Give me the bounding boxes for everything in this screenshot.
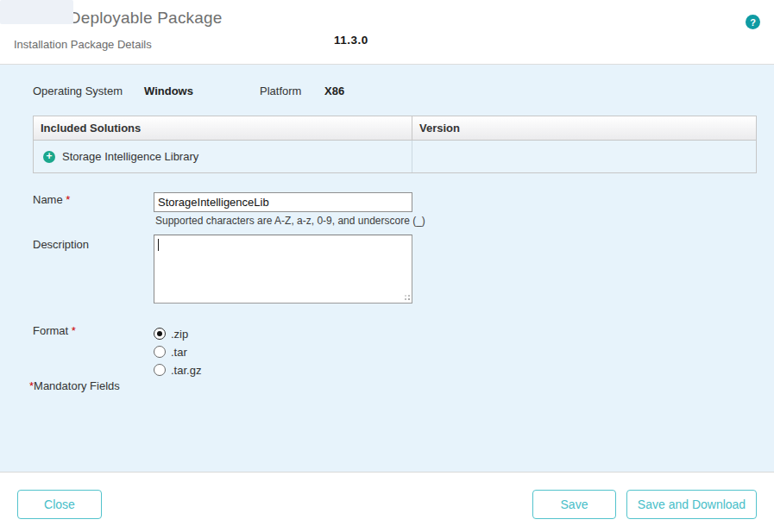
table-row: + Storage Intelligence Library (34, 141, 756, 172)
radio-icon[interactable] (154, 346, 166, 358)
description-label: Description (33, 238, 89, 251)
overlay-remnant (0, 0, 73, 24)
format-option-label: .tar.gz (171, 364, 201, 377)
version-cell (412, 141, 756, 172)
page-subtitle: Installation Package Details (14, 38, 152, 51)
mandatory-fields-note: *Mandatory Fields (29, 379, 120, 392)
included-solutions-table: Included Solutions Version + Storage Int… (33, 116, 757, 173)
format-option-tar[interactable]: .tar (154, 344, 187, 360)
format-option-label: .zip (171, 328, 188, 341)
required-asterisk: * (66, 193, 70, 206)
name-label: Name * (33, 193, 70, 206)
save-and-download-button[interactable]: Save and Download (626, 490, 757, 519)
column-header-included-solutions: Included Solutions (34, 116, 412, 140)
operating-system-value: Windows (144, 84, 193, 97)
resize-grip-icon[interactable] (401, 291, 410, 300)
text-caret (158, 239, 159, 251)
column-header-version: Version (412, 116, 756, 140)
required-asterisk: * (72, 324, 76, 337)
close-button[interactable]: Close (17, 490, 102, 519)
radio-icon[interactable] (154, 364, 166, 376)
platform-label: Platform (260, 84, 301, 97)
dialog-header: Create Deployable Package Installation P… (0, 0, 774, 65)
table-header-row: Included Solutions Version (34, 116, 756, 141)
format-option-label: .tar (171, 346, 187, 359)
solution-name: Storage Intelligence Library (62, 150, 198, 163)
format-option-zip[interactable]: .zip (154, 326, 188, 341)
name-input[interactable] (154, 192, 412, 212)
mandatory-fields-text: Mandatory Fields (34, 379, 120, 392)
format-label: Format * (33, 324, 76, 337)
operating-system-label: Operating System (33, 84, 123, 97)
name-help-text: Supported characters are A-Z, a-z, 0-9, … (155, 215, 425, 227)
version-label: 11.3.0 (334, 34, 368, 47)
description-input[interactable] (154, 235, 412, 304)
name-label-text: Name (33, 193, 63, 206)
help-icon[interactable]: ? (746, 15, 760, 29)
description-field (154, 235, 412, 304)
format-label-text: Format (33, 324, 68, 337)
expand-plus-icon[interactable]: + (43, 151, 55, 163)
radio-icon[interactable] (154, 328, 166, 340)
solution-cell: + Storage Intelligence Library (34, 141, 412, 172)
save-button[interactable]: Save (532, 490, 616, 519)
platform-value: X86 (324, 84, 344, 97)
format-option-targz[interactable]: .tar.gz (154, 362, 201, 378)
